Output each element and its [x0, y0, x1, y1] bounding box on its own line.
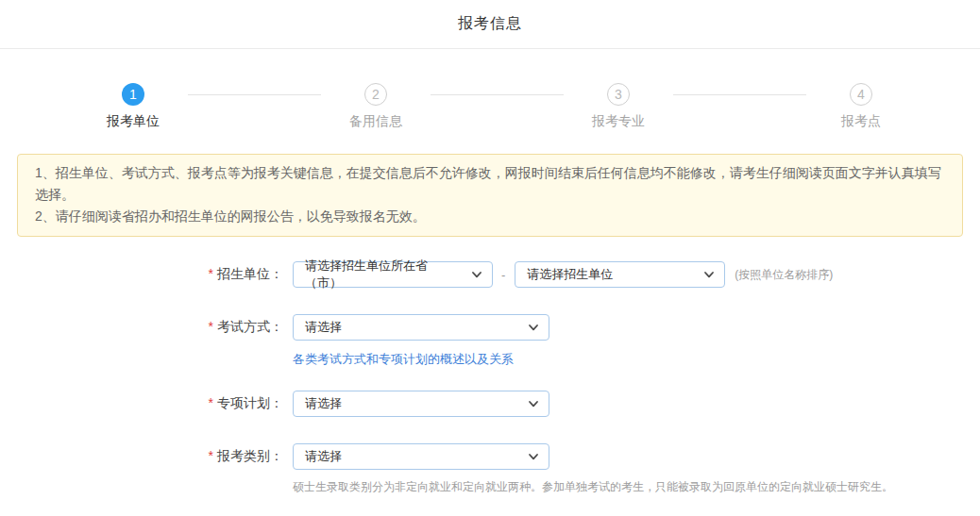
chevron-down-icon: [527, 321, 540, 334]
step-connector: [431, 94, 564, 95]
exam-method-overview-link[interactable]: 各类考试方式和专项计划的概述以及关系: [293, 352, 514, 366]
chevron-down-icon: [527, 450, 540, 463]
application-form: *招生单位： 请选择招生单位所在省（市） - 请选择招生单位 (按照单位名称排序…: [0, 261, 980, 516]
step-admission-unit: 1 报考单位: [88, 83, 178, 130]
step-4-label: 报考点: [841, 113, 881, 130]
chevron-down-icon: [702, 268, 716, 281]
special-program-select[interactable]: 请选择: [293, 391, 549, 417]
unit-select-value: 请选择招生单位: [527, 266, 613, 283]
notice-line-1: 1、招生单位、考试方式、报考点等为报考关键信息，在提交信息后不允许修改，网报时间…: [35, 162, 945, 206]
step-backup-info: 2 备用信息: [330, 83, 421, 130]
step-2-label: 备用信息: [349, 113, 402, 130]
page-header: 报考信息: [0, 0, 980, 49]
unit-sort-hint: (按照单位名称排序): [735, 267, 833, 283]
required-marker: *: [209, 448, 213, 463]
step-3-label: 报考专业: [592, 113, 645, 130]
step-1-label: 报考单位: [107, 113, 160, 130]
required-marker: *: [209, 395, 213, 410]
unit-select[interactable]: 请选择招生单位: [515, 261, 725, 288]
field-admission-unit: *招生单位： 请选择招生单位所在省（市） - 请选择招生单位 (按照单位名称排序…: [0, 261, 980, 288]
province-select[interactable]: 请选择招生单位所在省（市）: [293, 261, 493, 288]
select-separator: -: [501, 268, 505, 282]
application-category-select-value: 请选择: [305, 448, 342, 465]
province-select-value: 请选择招生单位所在省（市）: [305, 258, 463, 291]
admission-unit-label: *招生单位：: [0, 266, 283, 283]
application-category-select[interactable]: 请选择: [293, 443, 549, 470]
field-special-program: *专项计划： 请选择: [0, 391, 980, 417]
step-3-circle: 3: [607, 83, 630, 106]
required-marker: *: [209, 266, 213, 281]
application-category-label: *报考类别：: [0, 448, 283, 465]
step-exam-site: 4 报考点: [816, 83, 906, 130]
notice-line-2: 2、请仔细阅读省招办和招生单位的网报公告，以免导致报名无效。: [35, 206, 945, 227]
wizard-stepper: 1 报考单位 2 备用信息 3 报考专业 4 报考点: [88, 83, 906, 130]
field-application-category: *报考类别： 请选择: [0, 443, 980, 470]
required-marker: *: [209, 319, 213, 334]
exam-method-label: *考试方式：: [0, 319, 283, 336]
exam-method-select[interactable]: 请选择: [293, 314, 549, 341]
chevron-down-icon: [470, 268, 483, 281]
step-2-circle: 2: [364, 83, 387, 106]
step-application-major: 3 报考专业: [573, 83, 664, 130]
application-info-page: 报考信息 1 报考单位 2 备用信息 3 报考专业 4 报考点 1、招生单位、考…: [0, 0, 980, 516]
exam-method-help-row: 各类考试方式和专项计划的概述以及关系: [293, 350, 980, 368]
step-4-circle: 4: [850, 83, 872, 106]
special-program-label: *专项计划：: [0, 395, 283, 412]
step-connector: [673, 94, 806, 95]
special-program-select-value: 请选择: [305, 395, 342, 412]
notice-box: 1、招生单位、考试方式、报考点等为报考关键信息，在提交信息后不允许修改，网报时间…: [17, 154, 963, 237]
application-category-hint: 硕士生录取类别分为非定向就业和定向就业两种。参加单独考试的考生，只能被录取为回原…: [293, 479, 980, 495]
step-connector: [188, 94, 321, 95]
field-exam-method: *考试方式： 请选择: [0, 314, 980, 341]
page-title: 报考信息: [458, 14, 522, 34]
step-1-circle: 1: [122, 83, 144, 106]
exam-method-select-value: 请选择: [305, 319, 342, 336]
chevron-down-icon: [527, 397, 540, 410]
